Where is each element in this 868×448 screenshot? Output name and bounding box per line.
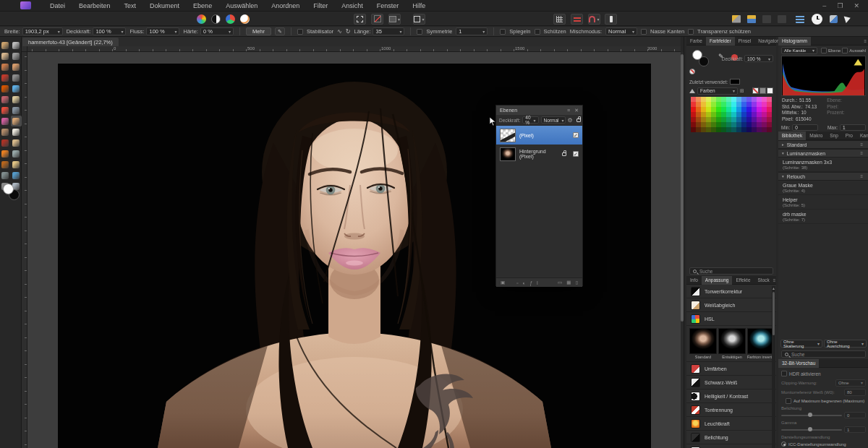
panel-close-icon[interactable]: ✕ [574,108,579,113]
color-swatch[interactable] [757,107,762,112]
group-icon[interactable]: ▭ [558,280,562,285]
library-item-drb-maske[interactable]: drb maske(Schritte: 7) [778,210,868,224]
channel-select[interactable]: Alle Kanäle▾ [781,47,817,54]
library-section-luminanzmasken[interactable]: ▾Luminanzmasken≡ [778,149,868,158]
finger-paint-tool[interactable] [11,159,22,170]
selection-mode-icon[interactable]: ▾ [388,14,401,25]
symmetry-checkbox[interactable] [417,29,422,35]
color-swatch[interactable] [696,127,701,132]
exposure-slider[interactable] [781,415,842,416]
color-swatch[interactable] [731,112,736,117]
color-swatch[interactable] [711,97,716,102]
freehand-select-tool[interactable] [11,94,22,105]
color-swatch[interactable] [741,112,746,117]
color-swatch[interactable] [696,112,701,117]
color-swatch[interactable] [716,102,721,107]
blendmode-select[interactable]: Normal▾ [605,27,637,35]
color-swatch[interactable] [721,102,726,107]
tab-info[interactable]: Info [686,276,702,285]
liquify-persona-icon[interactable] [211,14,221,24]
layer-effects-icon[interactable]: ▣ [501,280,505,285]
color-swatch[interactable] [696,97,701,102]
menu-dokument[interactable]: Dokument [150,2,179,9]
color-swatch[interactable] [721,107,726,112]
primary-color-circle[interactable] [692,50,702,60]
library-item-luminanzmasken-3x3[interactable]: Luminanzmasken 3x3(Schritte: 38) [778,158,868,172]
alignment-select[interactable]: Ohne Ausrichtung▾ [824,340,867,348]
color-swatch[interactable] [741,117,746,122]
max-input[interactable]: 1 [840,124,866,131]
layer-lock-icon[interactable] [576,119,581,122]
adjustment-item-belichtung[interactable]: Belichtung [686,431,776,444]
color-swatch[interactable] [711,127,716,132]
add-layer-icon[interactable]: ▦ [566,280,571,285]
no-color-icon[interactable] [689,69,695,74]
view-mode-icon[interactable]: ▾ [413,14,425,25]
color-well[interactable] [3,184,20,201]
color-swatch[interactable] [716,107,721,112]
color-swatch[interactable] [691,97,696,102]
auto-select-icon[interactable] [732,15,741,23]
color-swatch[interactable] [711,102,716,107]
gradient-tool[interactable] [11,170,22,181]
hardness-input[interactable]: 0 %▾ [200,27,234,35]
color-swatch[interactable] [691,127,696,132]
color-swatch[interactable] [696,117,701,122]
color-swatch[interactable] [696,102,701,107]
tab-effekte[interactable]: Effekte [732,276,754,285]
color-swatch[interactable] [762,97,767,102]
burn-tool[interactable] [0,137,11,148]
color-swatch[interactable] [752,102,757,107]
color-swatch[interactable] [726,107,731,112]
library-item-graue-maske[interactable]: Graue Maske(Schritte: 4) [778,181,868,195]
palette-select[interactable]: Farben▾ [697,87,738,95]
color-swatch[interactable] [736,97,741,102]
adjustment-item-schwarz-wei[interactable]: Schwarz-Weiß [686,376,776,389]
selection-marquee-icon[interactable] [354,14,366,25]
flood-fill-tool[interactable] [11,83,22,94]
color-swatch[interactable] [726,127,731,132]
section-menu-icon[interactable]: ≡ [860,142,863,147]
menu-ansicht[interactable]: Ansicht [341,2,363,9]
color-wheel-tool[interactable] [0,116,11,126]
library-section-retouch[interactable]: ▾Retouch≡ [778,172,868,181]
white-swatch[interactable] [767,87,773,94]
color-swatch[interactable] [711,117,716,122]
symmetry-input[interactable]: 1▾ [456,27,488,35]
tab-histogramm[interactable]: Histogramm [778,37,811,46]
color-swatch[interactable] [726,112,731,117]
snapping-magnet-icon[interactable]: ▾ [588,14,600,25]
menu-ausw-hlen[interactable]: Auswählen [226,2,258,9]
layer-thumbnail[interactable] [500,147,516,161]
color-swatch[interactable] [726,102,731,107]
color-swatch-grid[interactable] [691,97,776,132]
clamp-max-checkbox[interactable] [786,398,791,404]
color-swatch[interactable] [721,127,726,132]
color-swatch[interactable] [721,117,726,122]
blur-tool[interactable] [11,105,22,116]
layer-thumbnail[interactable] [500,129,516,142]
adjustments-scrollbar[interactable]: ▲ [772,286,775,448]
color-swatch[interactable] [762,122,767,127]
color-swatch[interactable] [762,112,767,117]
shapes-icon[interactable] [830,15,838,23]
color-swatch[interactable] [757,97,762,102]
adjustment-icon[interactable]: ◐ [522,280,525,285]
selection-checkbox[interactable] [842,48,848,53]
adjustment-item-wei-abgleich[interactable]: Weißabgleich [686,298,776,312]
exposure-input[interactable]: 0 [844,412,866,418]
menu-fenster[interactable]: Fenster [377,2,399,9]
menu-text[interactable]: Text [124,2,137,9]
mirror-checkbox[interactable] [500,29,506,35]
sponge-tool[interactable] [0,148,11,159]
color-swatch[interactable] [731,127,736,132]
fx-icon[interactable]: ƒ [529,280,532,285]
tab-kan-le[interactable]: Kanäle [856,132,868,140]
menu-hilfe[interactable]: Hilfe [412,2,425,9]
rect-marquee-tool[interactable] [11,72,22,83]
color-swatch[interactable] [767,122,772,127]
view-hand-tool[interactable] [0,40,11,51]
color-swatch[interactable] [767,102,772,107]
section-menu-icon[interactable]: ≡ [860,174,863,178]
color-swatch[interactable] [736,122,741,127]
